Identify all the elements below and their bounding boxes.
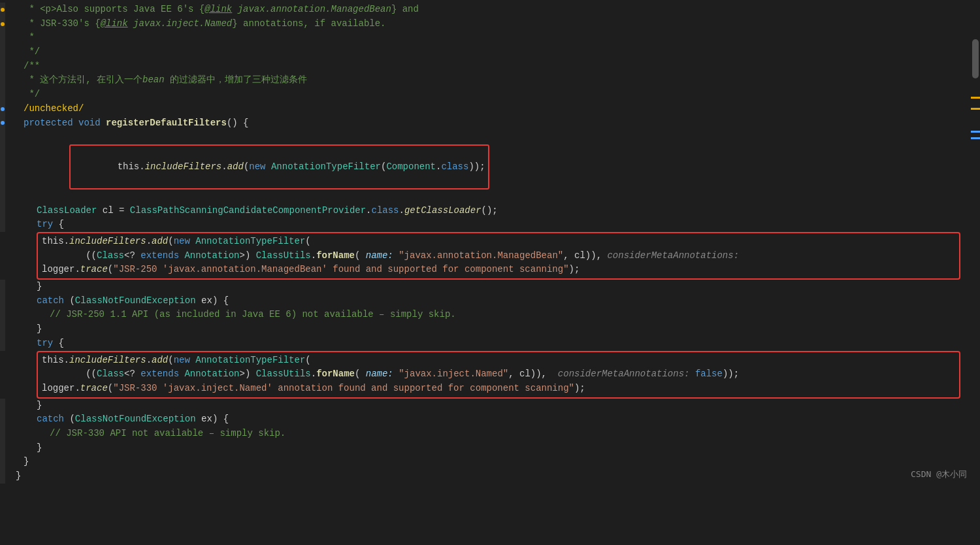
scrollbar[interactable] <box>971 0 980 545</box>
gutter-27 <box>0 441 5 455</box>
gutter-4 <box>0 45 5 59</box>
code-editor: * <p>Also supports Java EE 6's {@link ja… <box>0 0 980 486</box>
line-content-27: } <box>13 441 980 455</box>
gutter-26 <box>0 427 5 441</box>
code-line-25: catch (ClassNotFoundException ex) { <box>0 412 980 427</box>
gutter-16 <box>0 280 5 294</box>
line-content-26: // JSR-330 API not available – simply sk… <box>13 427 980 441</box>
line-content-14: ((Class<? extends Annotation>) ClassUtil… <box>42 249 739 263</box>
gutter-9 <box>0 116 5 131</box>
gutter-5 <box>0 59 5 74</box>
code-line-1: * <p>Also supports Java EE 6's {@link ja… <box>0 3 980 17</box>
gutter-dot-blue-2 <box>1 121 5 125</box>
red-box-2: this.includeFilters.add(new AnnotationTy… <box>37 232 960 280</box>
gutter-25 <box>0 412 5 427</box>
gutter-1 <box>0 3 5 17</box>
code-line-6: * 这个方法引, 在引入一个bean 的过滤器中，增加了三种过滤条件 <box>0 73 980 88</box>
code-line-10: this.includeFilters.add(new AnnotationTy… <box>0 130 980 203</box>
gutter-10 <box>0 130 5 203</box>
line-content-21: this.includeFilters.add(new AnnotationTy… <box>42 354 311 368</box>
scrollbar-marker-blue <box>971 131 980 133</box>
line-content-12: try { <box>13 218 980 232</box>
line-content-23: logger.trace("JSR-330 'javax.inject.Name… <box>42 382 585 396</box>
code-line-16: } <box>0 280 980 294</box>
red-box-1: this.includeFilters.add(new AnnotationTy… <box>69 144 489 190</box>
gutter-8 <box>0 102 5 116</box>
code-line-18: // JSR-250 1.1 API (as included in Java … <box>0 308 980 322</box>
code-line-4: */ <box>0 45 980 59</box>
line-content-28: } <box>13 455 980 469</box>
line-content-6: * 这个方法引, 在引入一个bean 的过滤器中，增加了三种过滤条件 <box>13 73 980 88</box>
line-content-22: ((Class<? extends Annotation>) ClassUtil… <box>42 367 739 382</box>
line-content-16: } <box>13 280 980 294</box>
code-line-28: } <box>0 455 980 469</box>
red-box-2-container: this.includeFilters.add(new AnnotationTy… <box>37 232 960 280</box>
code-line-14: ((Class<? extends Annotation>) ClassUtil… <box>42 249 955 263</box>
gutter-18 <box>0 308 5 322</box>
line-content-15: logger.trace("JSR-250 'javax.annotation.… <box>42 263 580 277</box>
code-line-19: } <box>0 322 980 337</box>
code-line-2: * JSR-330's {@link javax.inject.Named} a… <box>0 17 980 31</box>
gutter-24 <box>0 399 5 413</box>
gutter-12 <box>0 218 5 232</box>
code-line-7: */ <box>0 88 980 102</box>
watermark: CSDN @木小同 <box>911 468 967 481</box>
line-content-10: this.includeFilters.add(new AnnotationTy… <box>13 130 980 203</box>
line-content-4: */ <box>13 45 980 59</box>
gutter-2 <box>0 17 5 31</box>
gutter-29 <box>0 469 5 484</box>
code-line-27: } <box>0 441 980 455</box>
code-line-12: try { <box>0 218 980 232</box>
gutter-dot-orange <box>1 8 5 12</box>
gutter-dot-blue <box>1 107 5 111</box>
code-line-15: logger.trace("JSR-250 'javax.annotation.… <box>42 263 955 277</box>
line-content-20: try { <box>13 337 980 351</box>
code-line-11: ClassLoader cl = ClassPathScanningCandid… <box>0 204 980 218</box>
gutter-dot-orange-2 <box>1 22 5 26</box>
gutter-19 <box>0 322 5 337</box>
line-content-8: /unchecked/ <box>13 102 980 116</box>
scrollbar-marker-orange <box>971 97 980 99</box>
line-content-1: * <p>Also supports Java EE 6's {@link ja… <box>13 3 980 17</box>
gutter-17 <box>0 294 5 308</box>
code-line-21: this.includeFilters.add(new AnnotationTy… <box>42 354 955 368</box>
code-line-26: // JSR-330 API not available – simply sk… <box>0 427 980 441</box>
gutter-28 <box>0 455 5 469</box>
code-line-23: logger.trace("JSR-330 'javax.inject.Name… <box>42 382 955 396</box>
gutter-20 <box>0 337 5 351</box>
code-line-5: /** <box>0 59 980 74</box>
red-box-3: this.includeFilters.add(new AnnotationTy… <box>37 351 960 399</box>
code-line-17: catch (ClassNotFoundException ex) { <box>0 294 980 308</box>
line-content-7: */ <box>13 88 980 102</box>
scrollbar-marker-blue-2 <box>971 137 980 139</box>
line-content-24: } <box>13 399 980 413</box>
line-content-17: catch (ClassNotFoundException ex) { <box>13 294 980 308</box>
gutter-11 <box>0 204 5 218</box>
code-line-13: this.includeFilters.add(new AnnotationTy… <box>42 235 955 249</box>
scrollbar-marker-orange-2 <box>971 108 980 110</box>
line-content-29: } <box>13 469 980 484</box>
code-line-24: } <box>0 399 980 413</box>
code-line-8: /unchecked/ <box>0 102 980 116</box>
gutter-6 <box>0 73 5 88</box>
code-line-9: protected void registerDefaultFilters() … <box>0 116 980 131</box>
code-line-3: * <box>0 31 980 45</box>
scrollbar-thumb[interactable] <box>972 39 979 78</box>
line-content-2: * JSR-330's {@link javax.inject.Named} a… <box>13 17 980 31</box>
line-content-25: catch (ClassNotFoundException ex) { <box>13 412 980 427</box>
line-content-19: } <box>13 322 980 337</box>
line-content-5: /** <box>13 59 980 74</box>
line-content-9: protected void registerDefaultFilters() … <box>13 116 980 131</box>
line-content-3: * <box>13 31 980 45</box>
code-line-29: } <box>0 469 980 484</box>
red-box-3-container: this.includeFilters.add(new AnnotationTy… <box>37 351 960 399</box>
line-content-11: ClassLoader cl = ClassPathScanningCandid… <box>13 204 980 218</box>
line-content-13: this.includeFilters.add(new AnnotationTy… <box>42 235 311 249</box>
code-line-22: ((Class<? extends Annotation>) ClassUtil… <box>42 367 955 382</box>
gutter-7 <box>0 88 5 102</box>
code-line-20: try { <box>0 337 980 351</box>
gutter-3 <box>0 31 5 45</box>
line-content-18: // JSR-250 1.1 API (as included in Java … <box>13 308 980 322</box>
